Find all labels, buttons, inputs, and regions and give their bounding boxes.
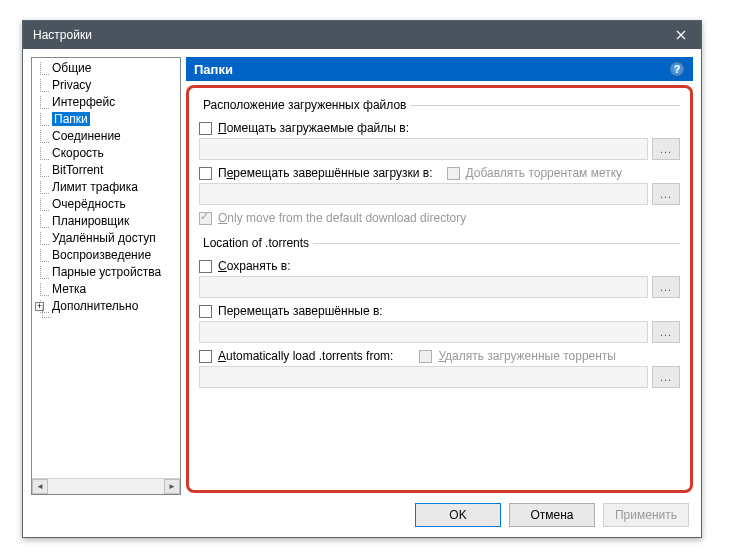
label-put-downloads: ППомещать загружаемые файлы в:омещать за…	[218, 121, 409, 135]
browse-autoload-button[interactable]: ...	[652, 366, 680, 388]
close-icon	[676, 30, 686, 40]
sidebar-item-label: Скорость	[52, 146, 104, 160]
sidebar-item-label: Очерёдность	[52, 197, 126, 211]
category-tree[interactable]: ОбщиеPrivacyИнтерфейсПапкиСоединениеСкор…	[31, 57, 181, 495]
sidebar-item-label: Метка	[52, 282, 86, 296]
sidebar-item-label: Удалённый доступ	[52, 231, 156, 245]
sidebar-item-label: Парные устройства	[52, 265, 161, 279]
group-downloaded-location: Расположение загруженных файлов ППомещат…	[199, 98, 680, 228]
sidebar-item-label: Папки	[52, 112, 90, 126]
sidebar-item-label: Общие	[52, 61, 91, 75]
scroll-left-icon[interactable]: ◄	[32, 479, 48, 494]
sidebar-item-1[interactable]: Privacy	[34, 77, 180, 94]
input-move-done-path[interactable]	[199, 321, 648, 343]
checkbox-save-torrents[interactable]	[199, 260, 212, 273]
settings-window: Настройки ОбщиеPrivacyИнтерфейсПапкиСоед…	[22, 20, 702, 538]
group1-legend: Расположение загруженных файлов	[199, 98, 410, 112]
sidebar-item-10[interactable]: Удалённый доступ	[34, 230, 180, 247]
checkbox-add-label	[447, 167, 460, 180]
label-save-torrents: Сохранять в:	[218, 259, 290, 273]
sidebar-item-14[interactable]: +Дополнительно	[34, 298, 180, 315]
sidebar-item-7[interactable]: Лимит трафика	[34, 179, 180, 196]
cancel-button[interactable]: Отмена	[509, 503, 595, 527]
sidebar-item-label: Воспроизведение	[52, 248, 151, 262]
sidebar-item-13[interactable]: Метка	[34, 281, 180, 298]
section-title: Папки	[194, 62, 233, 77]
browse-move-done-button[interactable]: ...	[652, 321, 680, 343]
sidebar-item-12[interactable]: Парные устройства	[34, 264, 180, 281]
titlebar: Настройки	[23, 21, 701, 49]
sidebar-item-label: Дополнительно	[52, 299, 138, 313]
sidebar-item-label: Соединение	[52, 129, 121, 143]
sidebar-item-9[interactable]: Планировщик	[34, 213, 180, 230]
checkbox-move-completed[interactable]	[199, 167, 212, 180]
sidebar-item-label: Privacy	[52, 78, 91, 92]
checkbox-delete-loaded	[419, 350, 432, 363]
label-move-completed: Перемещать завершённые загрузки в:	[218, 166, 433, 180]
input-save-path[interactable]	[199, 276, 648, 298]
sidebar-item-11[interactable]: Воспроизведение	[34, 247, 180, 264]
checkbox-only-move-default	[199, 212, 212, 225]
scroll-right-icon[interactable]: ►	[164, 479, 180, 494]
sidebar-item-label: BitTorrent	[52, 163, 103, 177]
label-only-move-default: Only move from the default download dire…	[218, 211, 466, 225]
checkbox-move-done-torrents[interactable]	[199, 305, 212, 318]
group-torrents-location: Location of .torrents Сохранять в: Сохра…	[199, 236, 680, 394]
content-panel: Расположение загруженных файлов ППомещат…	[186, 85, 693, 493]
checkbox-autoload[interactable]	[199, 350, 212, 363]
label-add-label: Добавлять торрентам метку	[466, 166, 623, 180]
browse-put-button[interactable]: ...	[652, 138, 680, 160]
window-title: Настройки	[33, 28, 92, 42]
input-put-path[interactable]	[199, 138, 648, 160]
sidebar-item-3[interactable]: Папки	[34, 111, 180, 128]
input-move-path[interactable]	[199, 183, 648, 205]
expander-icon[interactable]: +	[35, 302, 44, 311]
sidebar-item-5[interactable]: Скорость	[34, 145, 180, 162]
browse-save-button[interactable]: ...	[652, 276, 680, 298]
ok-button[interactable]: OK	[415, 503, 501, 527]
sidebar-item-6[interactable]: BitTorrent	[34, 162, 180, 179]
sidebar-item-label: Интерфейс	[52, 95, 115, 109]
dialog-buttons: OK Отмена Применить	[415, 503, 689, 527]
sidebar-item-4[interactable]: Соединение	[34, 128, 180, 145]
label-autoload: Automatically load .torrents from:	[218, 349, 393, 363]
label-delete-loaded: Удалять загруженные торренты	[438, 349, 616, 363]
section-header: Папки ?	[186, 57, 693, 81]
close-button[interactable]	[661, 21, 701, 49]
sidebar-hscroll[interactable]: ◄ ►	[32, 478, 180, 494]
checkbox-put-downloads[interactable]	[199, 122, 212, 135]
sidebar-item-8[interactable]: Очерёдность	[34, 196, 180, 213]
help-icon[interactable]: ?	[669, 61, 685, 77]
sidebar-item-label: Планировщик	[52, 214, 129, 228]
sidebar-item-0[interactable]: Общие	[34, 60, 180, 77]
apply-button: Применить	[603, 503, 689, 527]
browse-move-button[interactable]: ...	[652, 183, 680, 205]
sidebar-item-2[interactable]: Интерфейс	[34, 94, 180, 111]
group2-legend: Location of .torrents	[199, 236, 313, 250]
sidebar-item-label: Лимит трафика	[52, 180, 138, 194]
label-move-done-torrents: Перемещать завершённые в:	[218, 304, 383, 318]
input-autoload-path[interactable]	[199, 366, 648, 388]
